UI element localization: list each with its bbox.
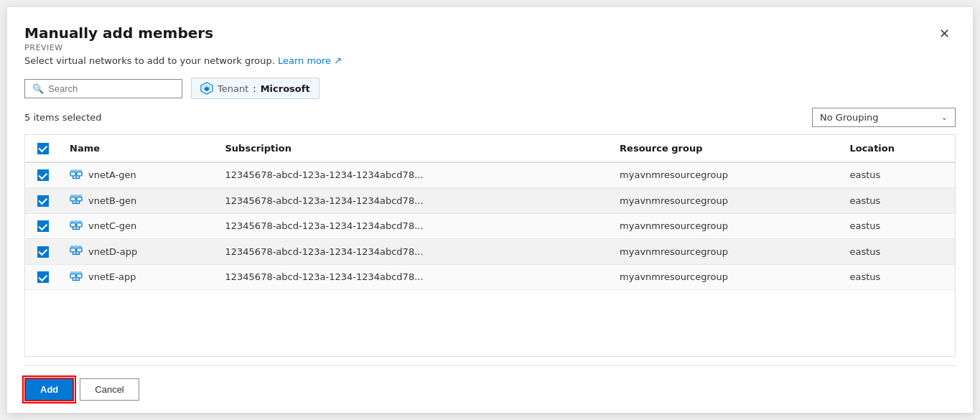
row-checkbox-cell[interactable]	[25, 188, 61, 214]
dialog-title-section: Manually add members PREVIEW	[24, 24, 213, 52]
row-name: vnetA-gen	[61, 162, 217, 188]
row-name: vnetC-gen	[61, 213, 217, 239]
table-row: vnetA-gen 12345678-abcd-123a-1234-1234ab…	[25, 162, 955, 188]
svg-rect-25	[77, 248, 82, 252]
row-location: eastus	[841, 188, 955, 214]
table-container: Name Subscription Resource group Locatio…	[24, 134, 956, 357]
tenant-icon	[200, 82, 213, 95]
tenant-separator: :	[253, 83, 256, 94]
cancel-button[interactable]: Cancel	[80, 378, 139, 401]
table-row: vnetE-app 12345678-abcd-123a-1234-1234ab…	[25, 264, 955, 290]
svg-marker-8	[70, 169, 75, 172]
row-subscription: 12345678-abcd-123a-1234-1234abcd78...	[217, 239, 612, 265]
svg-rect-31	[70, 274, 75, 277]
members-table: Name Subscription Resource group Locatio…	[25, 135, 955, 290]
col-resource-group: Resource group	[611, 135, 841, 162]
vnet-icon	[70, 195, 83, 206]
dialog-preview-badge: PREVIEW	[24, 43, 213, 52]
table-header-row: Name Subscription Resource group Locatio…	[25, 135, 955, 162]
row-subscription: 12345678-abcd-123a-1234-1234abcd78...	[217, 264, 612, 290]
row-resource-group: myavnmresourcegroup	[611, 162, 841, 188]
svg-marker-29	[70, 246, 75, 248]
svg-rect-17	[70, 223, 75, 226]
row-checkbox[interactable]	[37, 195, 49, 207]
row-resource-group: myavnmresourcegroup	[611, 213, 841, 239]
row-name-text: vnetE-app	[88, 271, 136, 282]
svg-rect-24	[70, 248, 75, 252]
row-resource-group: myavnmresourcegroup	[611, 264, 841, 290]
row-checkbox-cell[interactable]	[25, 264, 61, 290]
search-input[interactable]	[48, 83, 174, 94]
vnet-icon	[70, 271, 83, 283]
row-name-text: vnetC-gen	[88, 220, 136, 231]
svg-rect-18	[77, 223, 82, 226]
svg-marker-9	[78, 169, 83, 172]
row-checkbox-cell[interactable]	[25, 239, 61, 265]
table-row: vnetB-gen 12345678-abcd-123a-1234-1234ab…	[25, 188, 955, 214]
dialog-title: Manually add members	[24, 24, 213, 42]
row-location: eastus	[841, 239, 955, 265]
svg-marker-16	[78, 195, 83, 197]
row-name: vnetB-gen	[61, 188, 217, 214]
table-row: vnetC-gen 12345678-abcd-123a-1234-1234ab…	[25, 213, 955, 239]
row-subscription: 12345678-abcd-123a-1234-1234abcd78...	[217, 188, 612, 214]
svg-marker-36	[70, 271, 75, 274]
table-body: vnetA-gen 12345678-abcd-123a-1234-1234ab…	[25, 162, 955, 290]
table-row: vnetD-app 12345678-abcd-123a-1234-1234ab…	[25, 239, 955, 265]
row-name: vnetE-app	[61, 264, 217, 290]
vnet-icon	[70, 220, 83, 232]
row-name: vnetD-app	[61, 239, 217, 265]
row-location: eastus	[841, 213, 955, 239]
tenant-selector[interactable]: Tenant : Microsoft	[191, 78, 319, 99]
toolbar: 🔍 Tenant : Microsoft	[24, 78, 956, 99]
svg-rect-3	[70, 172, 75, 175]
items-selected-count: 5 items selected	[24, 112, 102, 123]
svg-rect-10	[70, 197, 75, 201]
row-name-text: vnetB-gen	[88, 195, 136, 206]
row-subscription: 12345678-abcd-123a-1234-1234abcd78...	[217, 162, 612, 188]
svg-marker-23	[78, 220, 83, 223]
select-all-header[interactable]	[25, 135, 61, 162]
row-checkbox-cell[interactable]	[25, 213, 61, 239]
row-name-text: vnetA-gen	[88, 169, 136, 180]
select-all-checkbox[interactable]	[37, 143, 49, 154]
row-resource-group: myavnmresourcegroup	[611, 239, 841, 265]
col-subscription: Subscription	[217, 135, 612, 162]
row-location: eastus	[841, 162, 955, 188]
row-checkbox[interactable]	[37, 246, 49, 258]
row-location: eastus	[841, 264, 955, 290]
dialog-subtitle: Select virtual networks to add to your n…	[24, 55, 956, 66]
col-location: Location	[841, 135, 955, 162]
svg-marker-15	[70, 195, 75, 197]
row-checkbox[interactable]	[37, 169, 49, 181]
grouping-label: No Grouping	[820, 112, 879, 123]
vnet-icon	[70, 169, 83, 181]
svg-marker-22	[70, 220, 75, 223]
row-resource-group: myavnmresourcegroup	[611, 188, 841, 214]
learn-more-link[interactable]: Learn more ↗	[278, 55, 342, 66]
row-subscription: 12345678-abcd-123a-1234-1234abcd78...	[217, 213, 612, 239]
svg-rect-4	[77, 172, 82, 175]
row-checkbox[interactable]	[37, 220, 49, 232]
row-name-text: vnetD-app	[88, 246, 137, 257]
tenant-name: Microsoft	[261, 83, 310, 94]
close-button[interactable]: ✕	[933, 24, 956, 43]
col-name: Name	[61, 135, 217, 162]
search-icon: 🔍	[32, 83, 44, 94]
search-box: 🔍	[24, 79, 182, 98]
items-row: 5 items selected No Grouping ⌄	[24, 108, 956, 127]
svg-marker-37	[78, 271, 83, 274]
svg-rect-11	[77, 197, 82, 201]
row-checkbox[interactable]	[37, 271, 49, 283]
svg-marker-30	[78, 246, 83, 248]
dialog-header: Manually add members PREVIEW ✕	[24, 24, 956, 52]
manually-add-members-dialog: Manually add members PREVIEW ✕ Select vi…	[7, 7, 973, 413]
tenant-label: Tenant	[218, 83, 248, 94]
grouping-dropdown[interactable]: No Grouping ⌄	[812, 108, 956, 127]
chevron-down-icon: ⌄	[941, 113, 948, 122]
svg-rect-32	[77, 274, 82, 277]
add-button[interactable]: Add	[24, 378, 74, 401]
vnet-icon	[70, 246, 83, 257]
row-checkbox-cell[interactable]	[25, 162, 61, 188]
dialog-footer: Add Cancel	[24, 365, 956, 413]
